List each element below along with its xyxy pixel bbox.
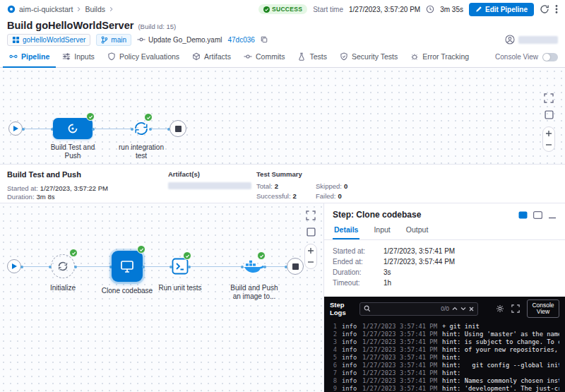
zoom-in-icon[interactable] <box>307 247 314 254</box>
tab-output[interactable]: Output <box>405 223 430 239</box>
edge <box>143 266 172 267</box>
console-actions: Console View <box>496 299 559 318</box>
log-search-input[interactable] <box>374 305 438 312</box>
pipeline-end-node <box>170 120 186 137</box>
success-check-icon <box>86 112 95 121</box>
tab-tests[interactable]: Tests <box>291 47 333 68</box>
branch-chip[interactable]: main <box>96 34 131 46</box>
panel-minimize-icon[interactable] <box>548 211 557 219</box>
started-at: Started at:1/27/2023, 3:57:22 PM <box>7 184 108 192</box>
canvas-controls <box>304 210 317 269</box>
edge <box>150 129 170 129</box>
tab-security-tests[interactable]: Security Tests <box>333 47 404 68</box>
stage-summary-title: Build Test and Push <box>7 170 168 179</box>
log-row: 8info1/27/2023 3:57:41 PMhint: Names com… <box>330 377 559 385</box>
repo-row: goHelloWorldServer main Update Go_Demo.y… <box>0 32 565 47</box>
fit-view-icon[interactable] <box>307 227 316 237</box>
zoom-out-icon[interactable] <box>307 259 314 266</box>
fit-view-icon[interactable] <box>545 110 554 119</box>
project-icon <box>7 5 16 13</box>
stage-duration: Duration:3m 8s <box>7 193 54 201</box>
tab-commits[interactable]: Commits <box>237 47 291 68</box>
step-node-clone-codebase[interactable] <box>112 251 143 282</box>
repo-name: goHelloWorldServer <box>23 36 85 44</box>
stage-label: run integration test <box>115 143 167 160</box>
refresh-icon[interactable] <box>540 4 549 14</box>
zoom-in-icon[interactable] <box>545 130 552 137</box>
stage-node-run-integration-test[interactable] <box>133 120 150 137</box>
step-detail-panel: Step: Clone codebase Details Input Outpu… <box>324 203 565 392</box>
run-meta: SUCCESS Start time 1/27/2023, 3:57:20 PM… <box>258 3 558 16</box>
commit-hash-link[interactable]: 47dc036 <box>227 36 254 44</box>
docker-icon <box>243 259 264 274</box>
fullscreen-icon[interactable] <box>544 93 554 103</box>
stage-summary-main: Build Test and Push Started at:1/27/2023… <box>7 170 168 198</box>
shield-check-icon <box>340 52 348 61</box>
step-node-run-unit-tests[interactable] <box>172 258 189 275</box>
branch-name: main <box>111 36 126 44</box>
chevron-down-icon[interactable] <box>460 307 466 311</box>
pipeline-start-node[interactable] <box>8 121 23 136</box>
console-view-button[interactable]: Console View <box>527 299 559 318</box>
tab-input[interactable]: Input <box>372 223 391 239</box>
cycle-icon <box>133 120 150 137</box>
step-panel-tabs: Details Input Output <box>324 223 565 240</box>
copy-icon[interactable] <box>261 36 268 43</box>
tab-pipeline[interactable]: Pipeline <box>3 47 56 68</box>
gear-icon[interactable] <box>496 304 504 313</box>
zoom-controls <box>304 244 317 269</box>
success-check-icon <box>137 245 145 254</box>
tab-error-tracking[interactable]: Error Tracking <box>404 47 475 68</box>
stage-summary-bar: Build Test and Push Started at:1/27/2023… <box>0 165 565 203</box>
detail-row: Duration:3s <box>333 267 557 278</box>
stage-graph-canvas[interactable]: Build Test and Push run integration test <box>0 68 565 165</box>
tab-details[interactable]: Details <box>333 223 359 239</box>
step-node-build-and-push[interactable] <box>243 259 264 274</box>
edit-pipeline-button[interactable]: Edit Pipeline <box>469 3 534 16</box>
search-result-count: 0/0 <box>441 305 449 312</box>
play-icon <box>11 263 18 270</box>
repo-chip[interactable]: goHelloWorldServer <box>7 34 90 46</box>
step-graph-canvas[interactable]: Initialize Clone codebase Run unit tests… <box>0 203 324 392</box>
step-node-initialize[interactable] <box>51 254 75 278</box>
chevron-up-icon[interactable] <box>452 307 458 311</box>
panel-view-filled-icon[interactable] <box>518 211 528 219</box>
console-view-toggle[interactable] <box>542 53 558 61</box>
detail-row: Ended at:1/27/2023, 3:57:44 PM <box>333 256 557 267</box>
console-header: Step Logs 0/0 Console View <box>324 297 565 321</box>
edge <box>21 266 51 267</box>
title-row: Build goHelloWorldServer (Build Id: 15) <box>0 18 565 32</box>
test-summary-label: Test Summary <box>256 170 405 178</box>
triggered-by <box>505 35 558 44</box>
flask-icon <box>297 52 306 61</box>
stage-end-node <box>287 258 304 275</box>
start-time-label: Start time <box>313 6 343 13</box>
pipeline-icon <box>9 52 18 61</box>
stage-node-build-test-and-push[interactable] <box>53 118 93 139</box>
success-check-icon <box>144 113 153 121</box>
more-menu-icon[interactable] <box>555 4 558 14</box>
tab-artifacts[interactable]: Artifacts <box>186 47 237 68</box>
panel-view-outline-icon[interactable] <box>533 211 542 219</box>
success-check-icon <box>183 251 191 260</box>
edge <box>189 266 243 267</box>
tests-total: Total:2 <box>256 182 316 190</box>
close-icon[interactable] <box>469 307 474 311</box>
stage-start-node[interactable] <box>7 259 21 273</box>
breadcrumb-project[interactable]: aim-ci-quickstart <box>19 5 73 13</box>
lower-split: Initialize Clone codebase Run unit tests… <box>0 203 565 392</box>
success-check-icon <box>69 249 78 257</box>
tab-policy-evaluations[interactable]: Policy Evaluations <box>101 47 186 68</box>
log-row: 7info1/27/2023 3:57:41 PMhint: <box>330 369 559 377</box>
build-page: aim-ci-quickstart Builds SUCCESS Start t… <box>0 0 565 392</box>
elapsed-time: 3m 35s <box>440 6 463 13</box>
expand-icon[interactable] <box>511 304 520 313</box>
step-label: Initialize <box>37 284 89 292</box>
tab-inputs[interactable]: Inputs <box>56 47 101 68</box>
codebase-icon <box>119 259 135 274</box>
fullscreen-icon[interactable] <box>306 210 316 220</box>
breadcrumb-builds[interactable]: Builds <box>85 5 105 13</box>
shield-icon <box>107 52 116 61</box>
step-logs-console: Step Logs 0/0 Console View <box>324 297 565 392</box>
zoom-out-icon[interactable] <box>545 141 552 148</box>
